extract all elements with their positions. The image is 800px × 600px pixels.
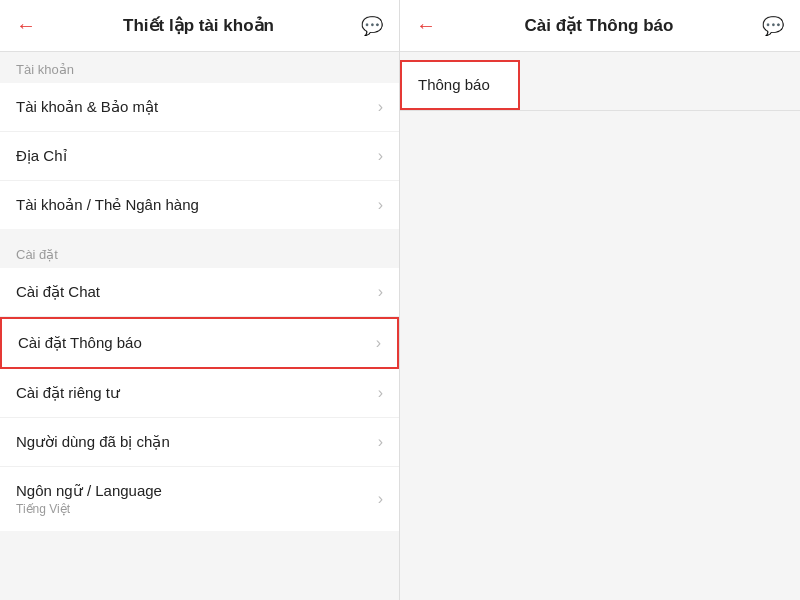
menu-item-label-cai-dat-rieng-tu: Cài đặt riêng tư <box>16 384 120 402</box>
menu-item-tai-khoan-bao-mat[interactable]: Tài khoản & Bảo mật › <box>0 83 399 132</box>
section-label-account: Tài khoản <box>0 52 399 83</box>
left-header: ← Thiết lập tài khoản 💬 <box>0 0 399 52</box>
menu-item-label-nguoi-dung-bi-chan: Người dùng đã bị chặn <box>16 433 170 451</box>
right-panel-title: Cài đặt Thông báo <box>525 15 674 36</box>
menu-item-ngon-ngu[interactable]: Ngôn ngữ / Language Tiếng Việt › <box>0 467 399 531</box>
section-gap-1 <box>0 229 399 237</box>
thong-bao-divider <box>400 110 800 111</box>
chevron-cai-dat-thong-bao: › <box>376 334 381 352</box>
chevron-ngan-hang: › <box>378 196 383 214</box>
left-panel-title: Thiết lập tài khoản <box>123 15 274 36</box>
right-header: ← Cài đặt Thông báo 💬 <box>400 0 800 52</box>
menu-item-cai-dat-chat[interactable]: Cài đặt Chat › <box>0 268 399 317</box>
menu-item-dia-chi[interactable]: Địa Chỉ › <box>0 132 399 181</box>
menu-item-label-dia-chi: Địa Chỉ <box>16 147 67 165</box>
left-panel: ← Thiết lập tài khoản 💬 Tài khoản Tài kh… <box>0 0 400 600</box>
chevron-nguoi-dung-bi-chan: › <box>378 433 383 451</box>
menu-item-label-ngon-ngu: Ngôn ngữ / Language <box>16 482 162 500</box>
menu-item-sublabel-ngon-ngu: Tiếng Việt <box>16 502 162 516</box>
account-menu-list: Tài khoản & Bảo mật › Địa Chỉ › Tài khoả… <box>0 83 399 229</box>
left-chat-icon[interactable]: 💬 <box>361 15 383 37</box>
right-back-button[interactable]: ← <box>416 14 436 37</box>
menu-item-label-cai-dat-thong-bao: Cài đặt Thông báo <box>18 334 142 352</box>
menu-item-label-ngan-hang: Tài khoản / Thẻ Ngân hàng <box>16 196 199 214</box>
section-label-settings: Cài đặt <box>0 237 399 268</box>
menu-item-label-tai-khoan-bao-mat: Tài khoản & Bảo mật <box>16 98 158 116</box>
left-back-button[interactable]: ← <box>16 14 36 37</box>
chevron-tai-khoan-bao-mat: › <box>378 98 383 116</box>
menu-item-label-cai-dat-chat: Cài đặt Chat <box>16 283 100 301</box>
menu-item-ngan-hang[interactable]: Tài khoản / Thẻ Ngân hàng › <box>0 181 399 229</box>
right-content-area: Thông báo <box>400 52 800 600</box>
right-chat-icon[interactable]: 💬 <box>762 15 784 37</box>
chevron-cai-dat-chat: › <box>378 283 383 301</box>
settings-menu-list: Cài đặt Chat › Cài đặt Thông báo › Cài đ… <box>0 268 399 531</box>
chevron-cai-dat-rieng-tu: › <box>378 384 383 402</box>
right-panel: ← Cài đặt Thông báo 💬 Thông báo <box>400 0 800 600</box>
thong-bao-section-label: Thông báo <box>418 76 490 93</box>
menu-item-nguoi-dung-bi-chan[interactable]: Người dùng đã bị chặn › <box>0 418 399 467</box>
menu-item-cai-dat-rieng-tu[interactable]: Cài đặt riêng tư › <box>0 369 399 418</box>
thong-bao-highlighted-box: Thông báo <box>400 60 520 110</box>
chevron-ngon-ngu: › <box>378 490 383 508</box>
chevron-dia-chi: › <box>378 147 383 165</box>
menu-item-cai-dat-thong-bao[interactable]: Cài đặt Thông báo › <box>0 317 399 369</box>
